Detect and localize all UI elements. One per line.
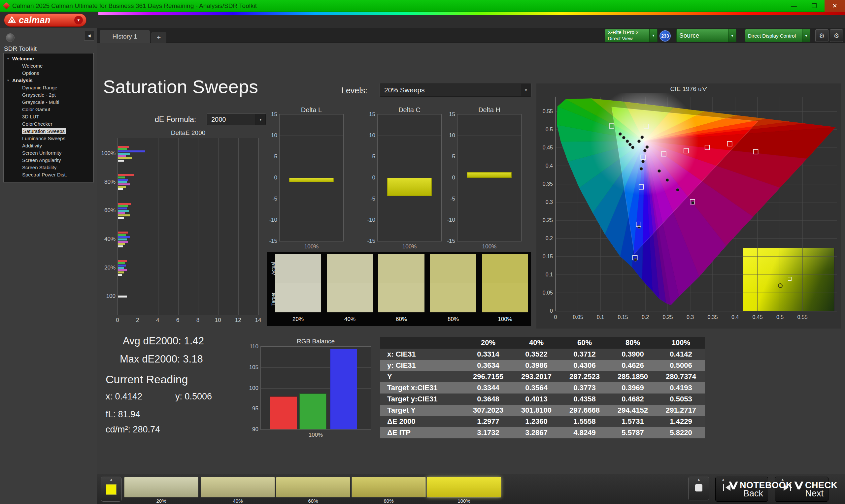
table-cell: 0.4682 xyxy=(609,394,657,405)
delta-c-plot xyxy=(377,114,442,241)
source-dropdown[interactable]: Source ▼ xyxy=(676,29,736,42)
display-control-dropdown[interactable]: Direct Display Control ▼ xyxy=(745,29,810,42)
sidebar-item-screen-uniformity[interactable]: Screen Uniformity xyxy=(4,149,93,157)
measured-point xyxy=(676,188,679,191)
levels-dropdown[interactable]: 20% Sweeps ▼ xyxy=(380,84,531,97)
de-bar-cyan xyxy=(118,153,130,155)
level-tile-80[interactable] xyxy=(352,477,426,498)
sidebar-item-dynamic-range[interactable]: Dynamic Range xyxy=(4,84,93,91)
table-cell: 296.7155 xyxy=(464,371,512,382)
sidebar-item-3d-lut[interactable]: 3D LUT xyxy=(4,113,93,120)
sidebar-item-color-gamut[interactable]: Color Gamut xyxy=(4,106,93,113)
measured-point xyxy=(637,140,640,143)
table-cell: 0.4013 xyxy=(512,394,561,405)
sidebar-item-grayscale-multi[interactable]: Grayscale - Multi xyxy=(4,98,93,106)
close-button[interactable]: ✕ xyxy=(825,0,845,12)
svg-text:0.1: 0.1 xyxy=(546,272,553,277)
sidebar-item-welcome[interactable]: Welcome xyxy=(4,62,93,70)
sidebar-item-label: Additivity xyxy=(22,143,42,148)
table-cell: 0.3969 xyxy=(609,382,657,394)
settings-button-2[interactable]: ⚙ xyxy=(830,29,843,42)
tree-expander-icon[interactable]: ▾ xyxy=(7,77,9,84)
delta-c-xlabel: 100% xyxy=(377,244,442,250)
logo-menu-caret-icon[interactable]: ▼ xyxy=(74,16,83,24)
sidebar-item-luminance-sweeps[interactable]: Luminance Sweeps xyxy=(4,135,93,142)
sidebar-item-screen-angularity[interactable]: Screen Angularity xyxy=(4,157,93,164)
y-tick-label: -10 xyxy=(264,217,277,223)
cie-1976-chart: CIE 1976 u'v' 00.050.10.150.20.250.30.35… xyxy=(536,84,841,328)
gridline xyxy=(238,138,239,315)
y-tick-label: 90 xyxy=(244,426,259,433)
bottom-bar: ▲ ▲ ▲ Back ▲ Next NOTEBOOK CHECK 20%40%6… xyxy=(97,474,845,504)
table-col-header: 40% xyxy=(512,337,561,349)
sidebar-item-spectral-power-dist[interactable]: Spectral Power Dist. xyxy=(4,171,93,178)
meter-dropdown[interactable]: X-Rite i1Pro 2 Direct View ▼ xyxy=(605,29,657,42)
tree-expander-icon[interactable]: ▾ xyxy=(7,55,9,62)
tab-history-1[interactable]: History 1 xyxy=(100,30,150,43)
y-tick-label: 110 xyxy=(244,343,259,350)
pattern-window-button[interactable]: ▲ xyxy=(688,476,709,500)
level-tile-60[interactable] xyxy=(276,477,350,498)
active-patch-color xyxy=(106,484,117,495)
delta-l-xlabel: 100% xyxy=(279,244,344,250)
table-col-header: 80% xyxy=(609,337,657,349)
svg-text:0.3: 0.3 xyxy=(546,199,553,205)
sidebar-item-saturation-sweeps[interactable]: Saturation Sweeps xyxy=(4,128,93,135)
gridline xyxy=(280,220,343,220)
reading-y: y: 0.5006 xyxy=(175,392,212,402)
de-formula-dropdown[interactable]: 2000 ▼ xyxy=(207,114,266,125)
measured-point xyxy=(619,132,621,136)
swatch-column xyxy=(327,254,373,312)
de-bar-white xyxy=(118,188,123,190)
calman-app: Calman 2025 Calman Ultimate for Business… xyxy=(0,0,845,504)
current-reading-title: Current Reading xyxy=(106,373,188,386)
back-button[interactable]: ▲ Back xyxy=(715,476,768,502)
sidebar-item-label: Welcome xyxy=(12,56,34,61)
sidebar-item-grayscale-2pt[interactable]: Grayscale - 2pt xyxy=(4,91,93,98)
svg-text:0: 0 xyxy=(554,314,557,320)
actual-swatch xyxy=(275,254,321,283)
table-corner-cell xyxy=(380,337,464,349)
sidebar-item-additivity[interactable]: Additivity xyxy=(4,142,93,149)
delta-h-title: Delta H xyxy=(457,106,522,114)
add-tab-button[interactable]: + xyxy=(151,32,166,43)
maximize-button[interactable]: ❐ xyxy=(804,0,825,12)
svg-text:0.25: 0.25 xyxy=(543,217,553,223)
calman-logo-menu[interactable]: calman ▼ xyxy=(4,14,87,27)
sidebar-item-colorchecker[interactable]: ColorChecker xyxy=(4,120,93,128)
rgb-bar-red xyxy=(270,396,297,430)
patch-window-button[interactable]: ▲ xyxy=(101,476,122,502)
sidebar-item-analysis[interactable]: ▾Analysis xyxy=(4,77,93,84)
sidebar-collapse-button[interactable]: ◀ xyxy=(84,31,94,40)
svg-text:0.15: 0.15 xyxy=(543,254,553,259)
level-tile-100[interactable] xyxy=(427,477,501,498)
measured-point xyxy=(643,149,646,152)
sidebar-item-label: ColorChecker xyxy=(22,121,52,127)
avg-de2000-reading: Avg dE2000: 1.42 xyxy=(123,335,204,347)
sidebar-item-welcome[interactable]: ▾Welcome xyxy=(4,55,93,62)
back-label: Back xyxy=(743,488,763,499)
minimize-button[interactable]: — xyxy=(784,0,804,12)
de-bar-white xyxy=(118,295,127,298)
next-button[interactable]: ▲ Next xyxy=(775,476,828,502)
sidebar-item-options[interactable]: Options xyxy=(4,70,93,77)
meter-count-badge[interactable]: 233 xyxy=(659,30,671,41)
calman-logo-text: calman xyxy=(19,15,51,25)
results-table: 20%40%60%80%100%x: CIE310.33140.35220.37… xyxy=(380,337,705,438)
deltae2000-plot xyxy=(118,138,259,315)
svg-text:0.55: 0.55 xyxy=(797,314,807,320)
gridline xyxy=(377,157,441,157)
level-tile-20[interactable] xyxy=(124,477,198,498)
level-tile-40[interactable] xyxy=(201,477,275,498)
plus-icon: + xyxy=(157,33,161,42)
de-bar-yellow xyxy=(118,243,125,245)
sidebar-nav-button[interactable] xyxy=(6,33,15,42)
table-cell: 5.5787 xyxy=(609,427,657,438)
actual-row-label: Actual xyxy=(271,254,275,283)
settings-button[interactable]: ⚙ xyxy=(815,29,828,42)
deltae2000-chart-title: DeltaE 2000 xyxy=(118,129,259,137)
de-bar-magenta xyxy=(118,269,127,271)
y-tick-label: 0 xyxy=(264,175,277,181)
level-tile-label: 80% xyxy=(352,498,426,504)
sidebar-item-screen-stability[interactable]: Screen Stability xyxy=(4,164,93,171)
